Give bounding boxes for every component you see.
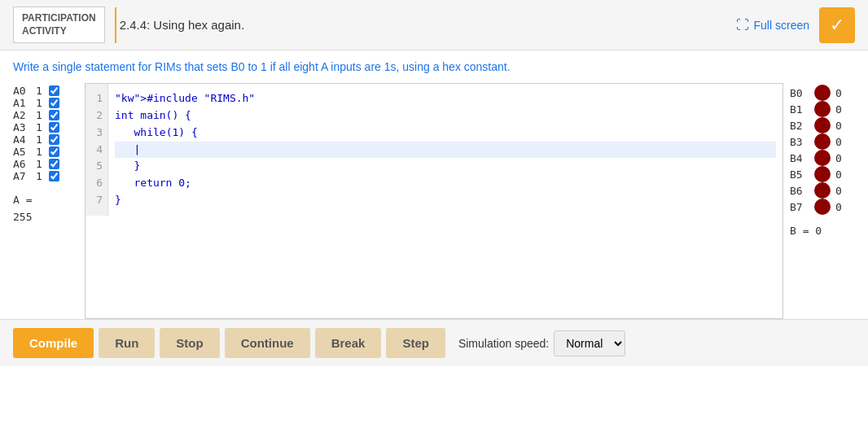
b-value-num: 0 bbox=[835, 201, 842, 213]
b-rows: B0 0 B1 0 B2 0 B3 0 B4 0 B5 0 B6 0 bbox=[790, 85, 855, 215]
a-input-row: A7 1 bbox=[13, 170, 78, 182]
b-output-row: B7 0 bbox=[790, 199, 855, 215]
a-eq-value: 255 bbox=[13, 209, 78, 226]
b-outputs-panel: B0 0 B1 0 B2 0 B3 0 B4 0 B5 0 B6 0 bbox=[790, 83, 855, 319]
b-value-num: 0 bbox=[835, 136, 842, 148]
a-checkbox[interactable] bbox=[49, 146, 59, 157]
code-editor[interactable]: 1234567 "kw">#include "RIMS.h"int main()… bbox=[85, 83, 783, 319]
a-checkbox[interactable] bbox=[49, 134, 59, 145]
b-value-num: 0 bbox=[835, 152, 842, 164]
a-checkbox[interactable] bbox=[49, 171, 59, 181]
line-numbers: 1234567 bbox=[85, 84, 108, 216]
b-led bbox=[814, 85, 831, 101]
speed-select[interactable]: SlowNormalFast bbox=[554, 330, 625, 356]
b-label: B7 bbox=[790, 201, 809, 213]
a-checkbox[interactable] bbox=[49, 85, 59, 96]
a-rows: A0 1 A1 1 A2 1 A3 1 A4 1 A5 1 A6 1 bbox=[13, 85, 78, 182]
code-line: } bbox=[115, 158, 776, 175]
header: PARTICIPATION ACTIVITY 2.4.4: Using hex … bbox=[0, 0, 868, 50]
line-number: 7 bbox=[90, 192, 103, 209]
a-input-row: A5 1 bbox=[13, 146, 78, 158]
b-value-num: 0 bbox=[835, 87, 842, 99]
a-checkbox[interactable] bbox=[49, 98, 59, 108]
editor-inner: 1234567 "kw">#include "RIMS.h"int main()… bbox=[85, 84, 783, 216]
compile-button[interactable]: Compile bbox=[13, 328, 94, 358]
a-input-row: A3 1 bbox=[13, 121, 78, 133]
a-input-row: A0 1 bbox=[13, 85, 78, 97]
run-button[interactable]: Run bbox=[99, 328, 155, 358]
a-value-num: 1 bbox=[36, 97, 46, 109]
b-output-row: B5 0 bbox=[790, 166, 855, 182]
b-value: B = 0 bbox=[790, 225, 855, 237]
instruction-text: Write a single statement for RIMs that s… bbox=[13, 60, 511, 73]
a-value-num: 1 bbox=[36, 85, 46, 97]
a-label: A1 bbox=[13, 97, 33, 109]
b-label: B5 bbox=[790, 168, 809, 181]
a-input-row: A2 1 bbox=[13, 109, 78, 121]
a-value-num: 1 bbox=[36, 158, 46, 170]
a-input-row: A6 1 bbox=[13, 158, 78, 170]
continue-button[interactable]: Continue bbox=[225, 328, 310, 358]
code-line: int main() { bbox=[115, 107, 776, 125]
line-number: 3 bbox=[90, 125, 103, 142]
b-output-row: B4 0 bbox=[790, 150, 855, 166]
fullscreen-button[interactable]: ⛶ Full screen bbox=[736, 18, 809, 33]
b-output-row: B1 0 bbox=[790, 101, 855, 117]
b-value-num: 0 bbox=[835, 168, 842, 181]
a-label: A6 bbox=[13, 158, 33, 170]
a-eq-label: A = bbox=[13, 192, 78, 209]
b-led bbox=[814, 199, 831, 215]
b-led bbox=[814, 101, 831, 117]
b-output-row: B3 0 bbox=[790, 133, 855, 150]
b-label: B2 bbox=[790, 120, 809, 132]
b-value-num: 0 bbox=[835, 185, 842, 197]
b-label: B6 bbox=[790, 185, 809, 197]
a-label: A2 bbox=[13, 109, 33, 121]
code-line: while(1) { bbox=[115, 125, 776, 142]
b-label: B4 bbox=[790, 152, 809, 164]
a-label: A5 bbox=[13, 146, 33, 158]
a-value: A = 255 bbox=[13, 192, 78, 226]
a-value-num: 1 bbox=[36, 170, 46, 182]
code-line: return 0; bbox=[115, 175, 776, 192]
b-output-row: B6 0 bbox=[790, 182, 855, 199]
line-number: 5 bbox=[90, 158, 103, 175]
b-output-row: B0 0 bbox=[790, 85, 855, 101]
code-line: } bbox=[115, 192, 776, 209]
main-content: A0 1 A1 1 A2 1 A3 1 A4 1 A5 1 A6 1 bbox=[0, 83, 868, 319]
a-checkbox[interactable] bbox=[49, 122, 59, 133]
line-number: 4 bbox=[90, 142, 103, 159]
line-number: 1 bbox=[90, 90, 103, 107]
a-inputs-panel: A0 1 A1 1 A2 1 A3 1 A4 1 A5 1 A6 1 bbox=[13, 83, 78, 319]
a-checkbox[interactable] bbox=[49, 110, 59, 120]
a-label: A0 bbox=[13, 85, 33, 97]
header-title: 2.4.4: Using hex again. bbox=[120, 18, 736, 32]
fullscreen-label: Full screen bbox=[754, 19, 809, 32]
code-line: "kw">#include "RIMS.h" bbox=[115, 90, 776, 107]
b-value-num: 0 bbox=[835, 103, 842, 116]
code-content[interactable]: "kw">#include "RIMS.h"int main() { while… bbox=[108, 84, 783, 216]
participation-label: PARTICIPATION ACTIVITY bbox=[13, 7, 105, 43]
a-label: A4 bbox=[13, 133, 33, 146]
a-checkbox[interactable] bbox=[49, 159, 59, 169]
b-led bbox=[814, 166, 831, 182]
b-led bbox=[814, 150, 831, 166]
b-led bbox=[814, 117, 831, 133]
line-number: 2 bbox=[90, 107, 103, 125]
step-button[interactable]: Step bbox=[386, 328, 445, 358]
check-icon: ✓ bbox=[830, 15, 844, 36]
header-divider bbox=[115, 7, 116, 43]
instruction: Write a single statement for RIMs that s… bbox=[0, 50, 868, 83]
b-value-num: 0 bbox=[835, 120, 842, 132]
a-value-num: 1 bbox=[36, 109, 46, 121]
fullscreen-icon: ⛶ bbox=[736, 18, 749, 33]
a-input-row: A1 1 bbox=[13, 97, 78, 109]
a-input-row: A4 1 bbox=[13, 133, 78, 146]
break-button[interactable]: Break bbox=[315, 328, 382, 358]
b-led bbox=[814, 133, 831, 150]
a-value-num: 1 bbox=[36, 121, 46, 133]
code-line: | bbox=[115, 142, 776, 159]
b-led bbox=[814, 182, 831, 199]
stop-button[interactable]: Stop bbox=[160, 328, 219, 358]
a-value-num: 1 bbox=[36, 146, 46, 158]
